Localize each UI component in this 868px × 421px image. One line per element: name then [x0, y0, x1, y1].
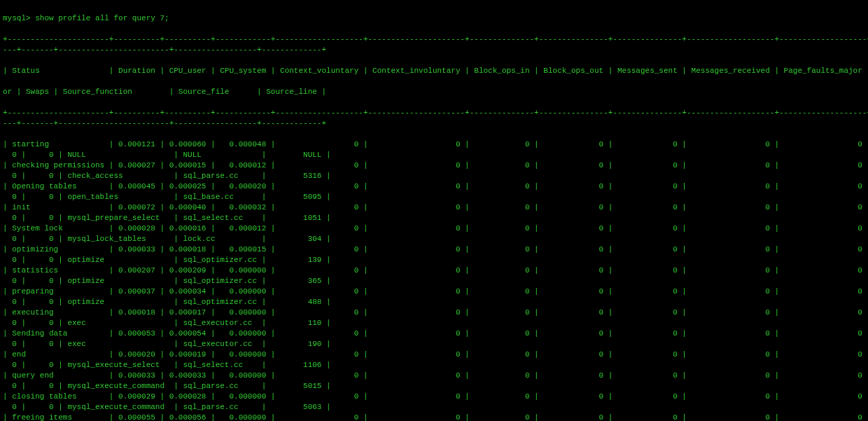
- table-header-line-2: or | Swaps | Source_function | Source_fi…: [3, 87, 865, 97]
- table-row-wrap: 0 | 0 | open_tables | sql_base.cc | 5095…: [3, 192, 865, 202]
- table-row-wrap: 0 | 0 | optimize | sql_optimizer.cc | 36…: [3, 276, 865, 287]
- table-row: | optimizing | 0.000033 | 0.000018 | 0.0…: [3, 244, 865, 255]
- table-row: | System lock | 0.000028 | 0.000016 | 0.…: [3, 223, 865, 234]
- command-text: show profile all for query 7;: [35, 14, 169, 22]
- table-row-wrap: 0 | 0 | check_access | sql_parse.cc | 53…: [3, 171, 865, 181]
- table-row: | preparing | 0.000037 | 0.000034 | 0.00…: [3, 287, 865, 297]
- table-row-wrap: 0 | 0 | mysql_execute_command | sql_pars…: [3, 402, 865, 413]
- mysql-prompt: mysql>: [3, 14, 35, 22]
- table-row-wrap: 0 | 0 | NULL | NULL | NULL |: [3, 150, 865, 160]
- table-header-line-1: | Status | Duration | CPU_user | CPU_sys…: [3, 66, 865, 76]
- table-row-wrap: 0 | 0 | exec | sql_executor.cc | 190 |: [3, 339, 865, 350]
- table-separator: +----------------------+----------+-----…: [3, 34, 865, 55]
- table-row: | statistics | 0.000207 | 0.000209 | 0.0…: [3, 265, 865, 276]
- table-body: | starting | 0.000121 | 0.000060 | 0.000…: [3, 139, 865, 421]
- table-row-wrap: 0 | 0 | mysql_execute_command | sql_pars…: [3, 381, 865, 392]
- table-row: | closing tables | 0.000029 | 0.000028 |…: [3, 392, 865, 402]
- table-row: | query end | 0.000033 | 0.000033 | 0.00…: [3, 371, 865, 381]
- table-row-wrap: 0 | 0 | exec | sql_executor.cc | 110 |: [3, 318, 865, 329]
- table-row: | Opening tables | 0.000045 | 0.000025 |…: [3, 181, 865, 192]
- table-row: | init | 0.000072 | 0.000040 | 0.000032 …: [3, 202, 865, 213]
- table-row-wrap: 0 | 0 | optimize | sql_optimizer.cc | 13…: [3, 255, 865, 265]
- terminal-screen[interactable]: mysql> show profile all for query 7; +--…: [0, 0, 868, 421]
- table-row: | starting | 0.000121 | 0.000060 | 0.000…: [3, 139, 865, 150]
- table-separator: +----------------------+----------+-----…: [3, 108, 865, 129]
- table-row: | executing | 0.000018 | 0.000017 | 0.00…: [3, 308, 865, 318]
- table-row: | end | 0.000020 | 0.000019 | 0.000000 |…: [3, 350, 865, 360]
- table-row: | Sending data | 0.000053 | 0.000054 | 0…: [3, 329, 865, 339]
- prompt-line: mysql> show profile all for query 7;: [3, 13, 865, 24]
- table-row-wrap: 0 | 0 | optimize | sql_optimizer.cc | 48…: [3, 297, 865, 308]
- table-row-wrap: 0 | 0 | mysql_prepare_select | sql_selec…: [3, 213, 865, 223]
- table-row: | checking permissions | 0.000027 | 0.00…: [3, 160, 865, 171]
- table-row: | freeing items | 0.000055 | 0.000056 | …: [3, 413, 865, 421]
- table-row-wrap: 0 | 0 | mysql_execute_select | sql_selec…: [3, 360, 865, 371]
- table-row-wrap: 0 | 0 | mysql_lock_tables | lock.cc | 30…: [3, 234, 865, 244]
